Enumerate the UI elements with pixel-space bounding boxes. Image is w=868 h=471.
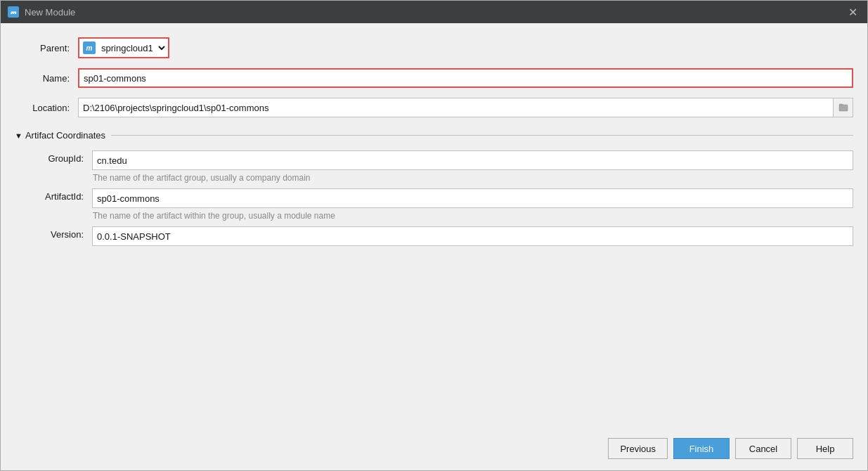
groupid-field-wrap: The name of the artifact group, usually …	[92, 150, 853, 183]
location-wrap	[78, 98, 853, 117]
dialog-footer: Previous Finish Cancel Help	[1, 431, 867, 470]
help-button[interactable]: Help	[797, 438, 853, 459]
svg-rect-1	[839, 104, 843, 105]
artifactid-row: ArtifactId: The name of the artifact wit…	[29, 188, 853, 221]
location-control-wrap	[78, 98, 853, 117]
artifactid-input[interactable]	[92, 188, 853, 208]
parent-control-wrap: m springcloud1	[78, 37, 853, 58]
dialog-title: New Module	[25, 7, 846, 18]
version-input[interactable]	[92, 226, 853, 246]
version-field-wrap	[92, 226, 853, 246]
new-module-dialog: 𝓂 New Module ✕ Parent: m springcloud1 Na…	[0, 0, 868, 471]
artifact-section-title: Artifact Coordinates	[25, 130, 105, 141]
section-divider	[111, 135, 853, 136]
app-icon: 𝓂	[8, 6, 19, 18]
parent-dropdown[interactable]: springcloud1	[98, 39, 167, 56]
artifactid-field-wrap: The name of the artifact within the grou…	[92, 188, 853, 221]
name-row: Name:	[15, 68, 853, 88]
finish-button[interactable]: Finish	[673, 438, 730, 459]
svg-rect-0	[839, 105, 848, 111]
close-button[interactable]: ✕	[846, 6, 860, 19]
groupid-hint: The name of the artifact group, usually …	[92, 173, 853, 183]
groupid-input[interactable]	[92, 150, 853, 170]
name-label: Name:	[15, 73, 78, 84]
version-label: Version:	[29, 226, 92, 240]
name-control-wrap	[78, 68, 853, 88]
section-toggle[interactable]: ▼	[15, 131, 22, 140]
artifact-section: GroupId: The name of the artifact group,…	[15, 150, 853, 252]
cancel-button[interactable]: Cancel	[735, 438, 791, 459]
parent-label: Parent:	[15, 43, 78, 53]
title-bar: 𝓂 New Module ✕	[1, 1, 867, 23]
version-row: Version:	[29, 226, 853, 246]
previous-button[interactable]: Previous	[608, 438, 668, 459]
location-input[interactable]	[78, 98, 834, 117]
artifactid-hint: The name of the artifact within the grou…	[92, 211, 853, 221]
artifact-section-header: ▼ Artifact Coordinates	[15, 130, 853, 141]
groupid-row: GroupId: The name of the artifact group,…	[29, 150, 853, 183]
parent-select-wrap[interactable]: m springcloud1	[78, 37, 169, 58]
parent-module-icon: m	[83, 41, 96, 54]
location-browse-button[interactable]	[834, 98, 853, 117]
body-spacer	[15, 252, 853, 424]
dialog-body: Parent: m springcloud1 Name: Location	[1, 23, 867, 431]
location-row: Location:	[15, 98, 853, 117]
parent-row: Parent: m springcloud1	[15, 37, 853, 58]
name-input-wrap[interactable]	[78, 68, 853, 88]
location-label: Location:	[15, 103, 78, 113]
artifactid-label: ArtifactId:	[29, 188, 92, 202]
folder-icon	[838, 103, 848, 112]
groupid-label: GroupId:	[29, 150, 92, 164]
name-input[interactable]	[79, 70, 852, 86]
